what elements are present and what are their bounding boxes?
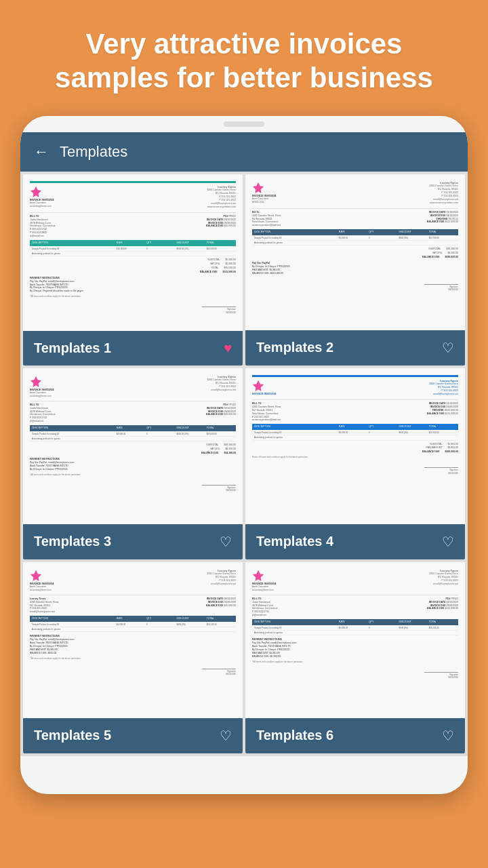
template-card-1[interactable]: INVOICE INV00234 Acme Corporation accoun… xyxy=(23,174,243,366)
header-title: Templates xyxy=(60,143,127,161)
favorite-button-2[interactable]: ♡ xyxy=(442,340,454,356)
favorite-button-1[interactable]: ♥ xyxy=(224,340,232,356)
template-name-4: Templates 4 xyxy=(256,534,333,549)
phone-speaker xyxy=(224,121,264,127)
svg-marker-4 xyxy=(30,570,41,581)
template-name-5: Templates 5 xyxy=(34,728,111,743)
template-preview-6: INVOICE INV00234 Acme Corporation accoun… xyxy=(245,562,465,718)
template-label-bar-1: Templates 1 ♥ xyxy=(23,331,243,366)
app-header: ← Templates xyxy=(20,132,468,172)
template-label-bar-4: Templates 4 ♡ xyxy=(245,524,465,559)
template-name-6: Templates 6 xyxy=(256,728,333,743)
template-preview-5: INVOICE INV00234 Acme Corporation accoun… xyxy=(23,562,243,718)
template-label-bar-5: Templates 5 ♡ xyxy=(23,718,243,753)
template-card-3[interactable]: INVOICE INV00234 Acme Corporation accoun… xyxy=(23,368,243,559)
svg-marker-5 xyxy=(253,570,264,581)
template-preview-2: INVOICE INV00234 Acme Corporation MONO-1… xyxy=(245,174,465,330)
template-label-bar-6: Templates 6 ♡ xyxy=(245,718,465,753)
svg-marker-0 xyxy=(30,186,41,197)
template-card-5[interactable]: INVOICE INV00234 Acme Corporation accoun… xyxy=(23,562,243,753)
template-label-bar-3: Templates 3 ♡ xyxy=(23,524,243,559)
svg-marker-3 xyxy=(253,380,264,391)
favorite-button-6[interactable]: ♡ xyxy=(442,728,454,744)
template-preview-3: INVOICE INV00234 Acme Corporation accoun… xyxy=(23,368,243,524)
template-card-4[interactable]: INVOICE INV00234 Looney Tunes 4306 Camde… xyxy=(245,368,465,559)
svg-marker-1 xyxy=(253,182,264,193)
back-button[interactable]: ← xyxy=(34,143,49,161)
template-label-bar-2: Templates 2 ♡ xyxy=(245,330,465,366)
hero-section: Very attractive invoices samples for bet… xyxy=(0,0,488,109)
template-name-3: Templates 3 xyxy=(34,534,111,549)
phone-frame: ← Templates xyxy=(20,116,468,794)
phone-wrapper: ← Templates xyxy=(0,109,488,794)
phone-top-bar xyxy=(20,116,468,132)
template-preview-1: INVOICE INV00234 Acme Corporation accoun… xyxy=(23,174,243,331)
hero-title: Very attractive invoices samples for bet… xyxy=(41,27,447,96)
template-name-1: Templates 1 xyxy=(34,340,111,356)
template-card-2[interactable]: INVOICE INV00234 Acme Corporation MONO-1… xyxy=(245,174,465,366)
favorite-button-3[interactable]: ♡ xyxy=(220,534,232,550)
favorite-button-5[interactable]: ♡ xyxy=(220,728,232,744)
templates-grid: INVOICE INV00234 Acme Corporation accoun… xyxy=(20,172,468,756)
favorite-button-4[interactable]: ♡ xyxy=(442,534,454,550)
template-name-2: Templates 2 xyxy=(256,340,333,355)
svg-marker-2 xyxy=(30,376,41,387)
template-preview-4: INVOICE INV00234 Looney Tunes 4306 Camde… xyxy=(245,368,465,524)
template-card-6[interactable]: INVOICE INV00234 Acme Corporation accoun… xyxy=(245,562,465,753)
